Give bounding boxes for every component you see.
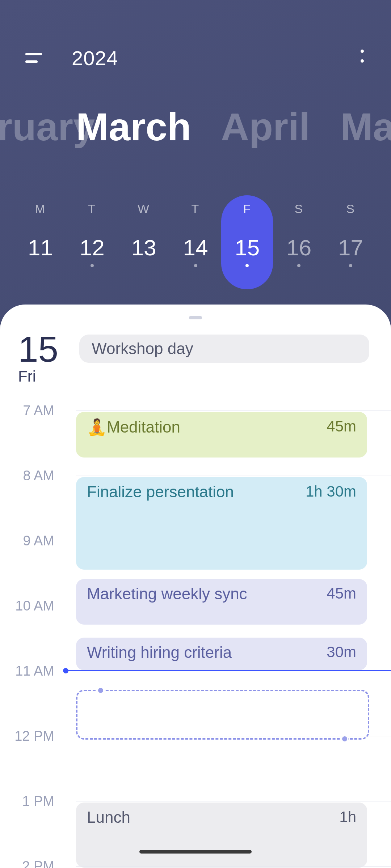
day-cell[interactable]: S16 <box>273 195 325 289</box>
hour-label: 9 AM <box>23 533 54 549</box>
day-number-label: 12 <box>80 235 105 260</box>
hour-label: 7 AM <box>23 403 54 418</box>
month-picker[interactable]: February March April May <box>0 101 391 152</box>
more-icon[interactable] <box>355 43 369 69</box>
day-number-label: 15 <box>235 235 260 260</box>
hour-label: 11 AM <box>15 663 54 679</box>
current-time-indicator <box>65 670 391 671</box>
grid-line <box>76 541 391 541</box>
grid-line <box>76 801 391 801</box>
day-number-label: 13 <box>131 235 156 260</box>
grid-line <box>76 736 391 736</box>
event-title: Lunch <box>87 808 130 826</box>
day-cell[interactable]: S17 <box>325 195 377 289</box>
day-number-label: 16 <box>286 235 311 260</box>
calendar-event[interactable]: Marketing weekly sync45m <box>76 579 367 625</box>
hour-label: 10 AM <box>15 598 54 614</box>
event-title: Marketing weekly sync <box>87 585 247 603</box>
event-duration: 1h <box>339 808 356 826</box>
week-strip[interactable]: M11T12W13T14F15S16S17 <box>14 195 377 289</box>
day-number-label: 14 <box>183 235 208 260</box>
day-number-label: 11 <box>28 235 53 260</box>
grid-line <box>76 410 391 411</box>
event-dot-icon <box>349 264 352 267</box>
event-duration: 30m <box>327 643 356 661</box>
hour-label: 12 PM <box>14 728 54 744</box>
timeline[interactable]: 7 AM8 AM9 AM10 AM11 AM12 PM1 PM2 PM 🧘Med… <box>0 400 391 868</box>
events-column[interactable]: 🧘Meditation45mFinalize persentation1h 30… <box>76 400 367 868</box>
event-dot-icon <box>245 264 249 267</box>
event-dot-icon <box>297 264 300 267</box>
day-number: 15 <box>18 331 58 367</box>
new-event-slot[interactable] <box>76 690 369 740</box>
day-of-week-label: S <box>346 202 355 216</box>
hour-label: 8 AM <box>23 468 54 484</box>
calendar-event[interactable]: 🧘Meditation45m <box>76 412 367 458</box>
calendar-event[interactable]: Finalize persentation1h 30m <box>76 477 367 570</box>
month-current[interactable]: March <box>76 104 191 149</box>
day-number-label: 17 <box>338 235 363 260</box>
day-of-week-label: T <box>192 202 200 216</box>
sheet-grabber[interactable] <box>189 316 202 319</box>
menu-icon[interactable] <box>25 46 49 69</box>
event-title: 🧘Meditation <box>87 418 180 437</box>
home-indicator[interactable] <box>139 850 252 854</box>
grid-line <box>76 476 391 476</box>
all-day-event-title: Workshop day <box>92 340 193 358</box>
event-title: Finalize persentation <box>87 483 234 501</box>
day-of-week-label: F <box>243 202 251 216</box>
day-of-week: Fri <box>18 368 58 385</box>
grid-line <box>76 866 391 867</box>
hour-label: 1 PM <box>22 793 54 809</box>
month-next2[interactable]: May <box>340 104 391 149</box>
day-cell[interactable]: F15 <box>221 195 273 289</box>
event-duration: 45m <box>327 418 356 435</box>
year-label[interactable]: 2024 <box>72 46 118 70</box>
event-title: Writing hiring criteria <box>87 643 232 661</box>
day-cell[interactable]: M11 <box>14 195 66 289</box>
event-dot-icon <box>194 264 197 267</box>
calendar-event[interactable]: Lunch1h <box>76 803 367 868</box>
day-of-week-label: T <box>88 202 96 216</box>
hour-gutter: 7 AM8 AM9 AM10 AM11 AM12 PM1 PM2 PM <box>0 400 72 868</box>
event-duration: 1h 30m <box>306 483 356 500</box>
day-cell[interactable]: W13 <box>118 195 170 289</box>
day-of-week-label: W <box>138 202 150 216</box>
grid-line <box>76 606 391 606</box>
hour-label: 2 PM <box>22 859 54 868</box>
day-cell[interactable]: T14 <box>170 195 222 289</box>
sheet-day-col: 15 Fri <box>18 331 58 385</box>
day-cell[interactable]: T12 <box>66 195 118 289</box>
resize-handle-icon[interactable] <box>97 687 104 694</box>
day-of-week-label: M <box>35 202 46 216</box>
event-duration: 45m <box>327 585 356 602</box>
day-sheet: 15 Fri Workshop day 7 AM8 AM9 AM10 AM11 … <box>0 305 391 868</box>
resize-handle-icon[interactable] <box>341 735 348 743</box>
day-of-week-label: S <box>294 202 303 216</box>
event-dot-icon <box>91 264 94 267</box>
all-day-event[interactable]: Workshop day <box>79 335 369 363</box>
month-next[interactable]: April <box>221 104 310 149</box>
calendar-event[interactable]: Writing hiring criteria30m <box>76 638 367 670</box>
